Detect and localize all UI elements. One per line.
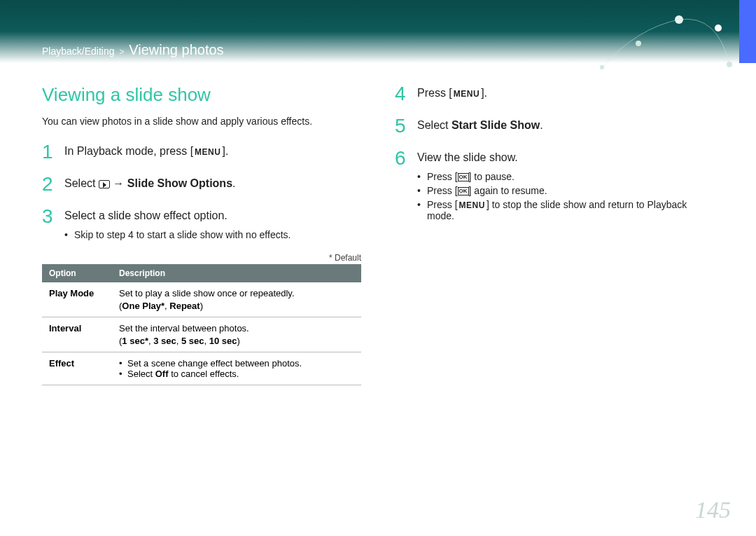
breadcrumb: Playback/Editing > Viewing photos: [42, 42, 224, 58]
step-body: View the slide show. Press [OK] to pause…: [417, 149, 714, 221]
section-heading: Viewing a slide show: [42, 84, 361, 106]
step-body: Select → Slide Show Options.: [64, 174, 361, 190]
step-number: 3: [42, 207, 55, 226]
content: Viewing a slide show You can view photos…: [42, 84, 714, 385]
page-number: 145: [695, 497, 731, 523]
menu-key-icon: MENU: [193, 147, 222, 157]
right-column: 4 Press [MENU]. 5 Select Start Slide Sho…: [395, 84, 714, 385]
step-number: 2: [42, 174, 55, 194]
ok-key-icon: OK: [458, 187, 469, 195]
table-row: Play Mode Set to play a slide show once …: [42, 282, 361, 317]
step-body: Select Start Slide Show.: [417, 116, 714, 132]
step-body: In Playback mode, press [MENU].: [64, 142, 361, 158]
table-header-description: Description: [112, 264, 361, 282]
step-number: 4: [395, 84, 407, 104]
side-tab: [739, 0, 756, 63]
left-column: Viewing a slide show You can view photos…: [42, 84, 361, 385]
step-2: 2 Select → Slide Show Options.: [42, 174, 361, 194]
ok-key-icon: OK: [458, 173, 469, 181]
chevron-right-icon: >: [117, 47, 126, 57]
step-number: 5: [395, 116, 407, 136]
breadcrumb-title: Viewing photos: [129, 42, 223, 57]
step-1: 1 In Playback mode, press [MENU].: [42, 142, 361, 162]
table-header-option: Option: [42, 264, 112, 282]
table-row: Effect Set a scene change effect between…: [42, 352, 361, 385]
breadcrumb-section: Playback/Editing: [42, 46, 115, 57]
step-5: 5 Select Start Slide Show.: [395, 116, 714, 136]
play-icon: [99, 180, 110, 188]
step-4: 4 Press [MENU].: [395, 84, 714, 104]
table-row: Interval Set the interval between photos…: [42, 317, 361, 352]
step-body: Press [MENU].: [417, 84, 714, 99]
options-table: Option Description Play Mode Set to play…: [42, 264, 361, 385]
step-body: Select a slide show effect option. Skip …: [64, 207, 361, 240]
svg-point-0: [600, 65, 604, 69]
step-number: 6: [395, 149, 407, 168]
intro-text: You can view photos in a slide show and …: [42, 116, 361, 127]
menu-key-icon: MENU: [452, 89, 481, 99]
default-note: * Default: [42, 253, 361, 263]
step-number: 1: [42, 142, 55, 162]
menu-key-icon: MENU: [458, 200, 486, 210]
step-6: 6 View the slide show. Press [OK] to pau…: [395, 149, 714, 221]
step-3: 3 Select a slide show effect option. Ski…: [42, 207, 361, 240]
